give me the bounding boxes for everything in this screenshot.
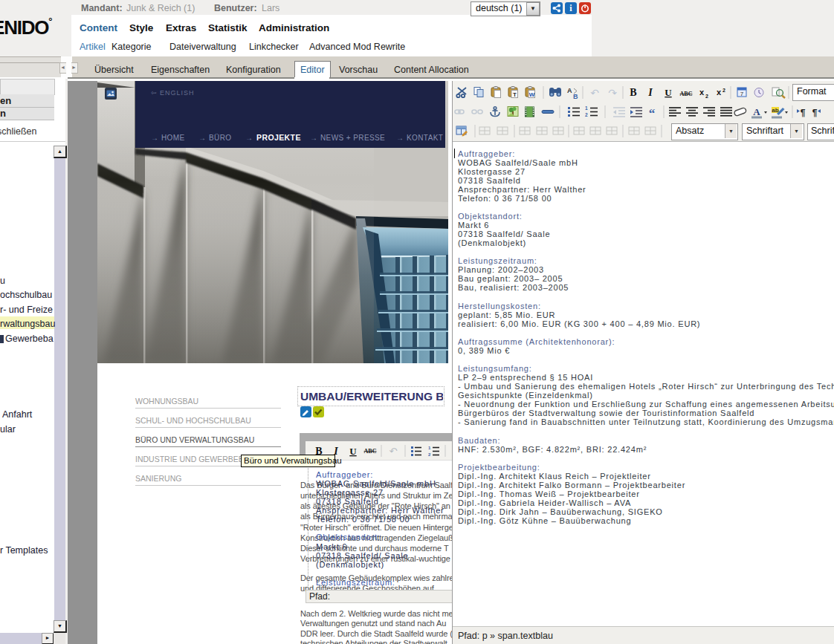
svg-text:ABC: ABC <box>680 91 693 97</box>
svg-text:U: U <box>349 446 357 457</box>
svg-text:↷: ↷ <box>608 87 617 99</box>
svg-text:2: 2 <box>723 88 725 93</box>
svg-text:7: 7 <box>740 91 744 97</box>
svg-text:A: A <box>753 106 760 117</box>
svg-text:B: B <box>630 87 636 98</box>
svg-text:W: W <box>529 91 535 98</box>
svg-text:“: “ <box>649 106 656 120</box>
svg-text:↶: ↶ <box>389 446 398 457</box>
svg-text:U: U <box>665 87 672 98</box>
svg-text:2: 2 <box>428 452 431 457</box>
svg-text:A: A <box>567 87 572 94</box>
svg-text:T: T <box>513 91 517 98</box>
svg-text:2: 2 <box>705 94 708 99</box>
svg-text:ABC: ABC <box>364 448 377 455</box>
svg-text:I: I <box>647 87 653 98</box>
svg-text:x: x <box>699 88 705 97</box>
svg-text:¶: ¶ <box>801 108 806 118</box>
svg-text:B: B <box>573 93 578 100</box>
svg-text:¶: ¶ <box>812 108 818 118</box>
svg-text:↶: ↶ <box>590 87 599 99</box>
svg-text:1: 1 <box>428 446 431 450</box>
svg-text:2: 2 <box>585 112 588 117</box>
svg-text:1: 1 <box>585 105 588 111</box>
svg-text:x: x <box>717 88 722 97</box>
